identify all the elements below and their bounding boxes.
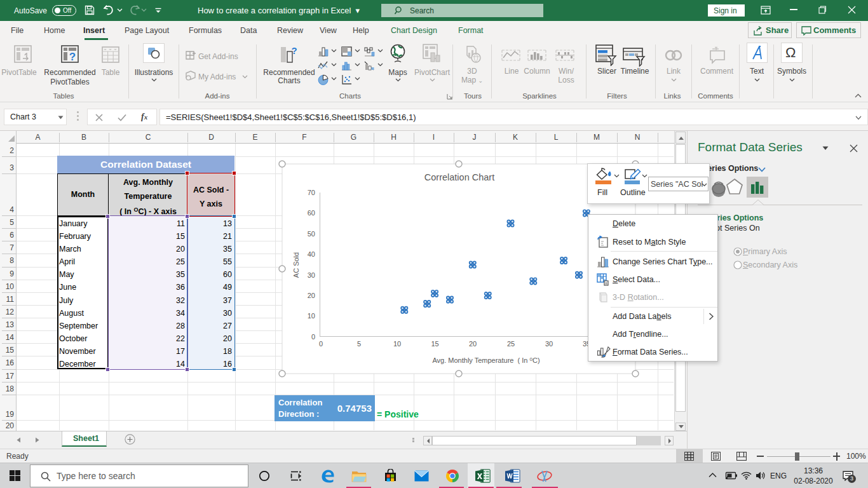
svg-text:60: 60 (308, 209, 315, 217)
svg-text:15: 15 (431, 340, 438, 348)
svg-text:30: 30 (308, 271, 315, 279)
svg-text:50: 50 (308, 230, 315, 238)
svg-text:Correlation Chart: Correlation Chart (424, 172, 494, 182)
svg-text:0: 0 (311, 333, 315, 341)
svg-text:?: ? (291, 46, 297, 56)
svg-text:20: 20 (469, 340, 477, 348)
svg-text:AC Sold: AC Sold (292, 252, 300, 278)
svg-text:30: 30 (545, 340, 553, 348)
svg-text:5: 5 (357, 340, 361, 348)
svg-text:10: 10 (393, 340, 401, 348)
svg-text:Avg. Monthly Temperature ( In: Avg. Monthly Temperature ( In 0C) (432, 356, 539, 364)
svg-text:?: ? (69, 51, 76, 63)
svg-text:0: 0 (319, 340, 323, 348)
svg-text:70: 70 (308, 189, 315, 196)
svg-text:10: 10 (308, 312, 315, 320)
svg-text:40: 40 (308, 250, 315, 258)
svg-text:25: 25 (507, 340, 515, 348)
svg-text:20: 20 (308, 292, 315, 299)
